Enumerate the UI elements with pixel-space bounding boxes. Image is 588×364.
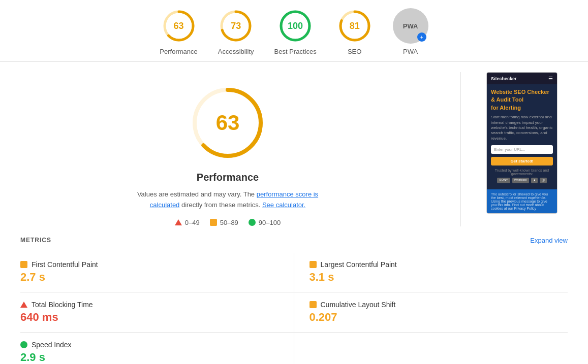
metric-lcp-value: 3.1 s <box>310 271 568 284</box>
legend-item-good: 90–100 <box>249 219 281 226</box>
metrics-header: METRICS Expand view <box>20 237 568 244</box>
metric-cls-value: 0.207 <box>310 311 568 324</box>
desc-suffix: directly from these metrics. <box>181 201 260 209</box>
metric-si-label-row: Speed Index <box>20 341 278 349</box>
right-panel: Sitechecker ☰ Website SEO Checker & Audi… <box>486 72 568 226</box>
top-tabs: 63 Performance 73 Accessibility 100 Best… <box>0 0 588 62</box>
ad-footer-text: The autoscroller showed to give you the … <box>491 192 548 210</box>
legend-range-good: 90–100 <box>259 219 281 226</box>
metric-tbt-value: 640 ms <box>20 311 278 324</box>
score-circle-performance: 63 <box>161 8 197 44</box>
expand-view-button[interactable]: Expand view <box>530 237 568 244</box>
metric-cls-label-row: Cumulative Layout Shift <box>310 301 568 309</box>
metric-tbt-label: Total Blocking Time <box>32 301 93 309</box>
ad-logos: SONY Whirlpool ★ Ⓡ <box>491 178 553 183</box>
desc-text: Values are estimated and may vary. The <box>137 190 255 198</box>
performance-title: Performance <box>197 172 259 183</box>
tab-label-performance: Performance <box>160 48 197 55</box>
ad-input-field[interactable]: Enter your URL... <box>491 145 553 154</box>
metric-fcp-value: 2.7 s <box>20 271 278 284</box>
metric-lcp: Largest Contentful Paint 3.1 s <box>294 252 568 292</box>
ad-header: Sitechecker ☰ <box>487 73 557 84</box>
tab-seo[interactable]: 81 SEO <box>337 8 373 55</box>
tab-label-seo: SEO <box>348 48 361 55</box>
metric-cls-icon <box>310 301 317 308</box>
legend: 0–49 50–89 90–100 <box>175 219 281 226</box>
legend-range-medium: 50–89 <box>220 219 238 226</box>
ad-logo-sony: SONY <box>497 178 510 183</box>
ad-headline: Website SEO Checker & Audit Tool for Ale… <box>491 88 553 112</box>
ad-logo-4: Ⓡ <box>540 178 547 183</box>
ad-menu-icon: ☰ <box>548 76 553 81</box>
metric-si: Speed Index 2.9 s <box>20 333 294 364</box>
score-circle-accessibility: 73 <box>218 8 254 44</box>
calculator-link[interactable]: See calculator. <box>262 201 305 209</box>
left-panel: 63 Performance Values are estimated and … <box>20 72 435 226</box>
ad-highlight: Alerting <box>500 105 521 111</box>
legend-range-bad: 0–49 <box>185 219 200 226</box>
score-value-seo: 81 <box>350 21 360 31</box>
ad-headline-2: & Audit Tool <box>491 96 523 103</box>
performance-description: Values are estimated and may vary. The p… <box>131 189 324 211</box>
score-circle-seo: 81 <box>337 8 373 44</box>
ad-headline-3: for <box>491 105 499 111</box>
metric-fcp: First Contentful Paint 2.7 s <box>20 252 294 292</box>
legend-item-bad: 0–49 <box>175 219 200 226</box>
big-score-value: 63 <box>216 111 240 135</box>
metrics-grid: First Contentful Paint 2.7 s Largest Con… <box>20 252 568 364</box>
metrics-title: METRICS <box>20 237 51 244</box>
tab-pwa[interactable]: PWA + PWA <box>393 8 428 55</box>
tab-label-best-practices: Best Practices <box>274 48 317 55</box>
ad-logo-whirlpool: Whirlpool <box>512 178 529 183</box>
big-score-circle: 63 <box>187 82 268 163</box>
metric-fcp-label: First Contentful Paint <box>32 260 98 269</box>
pwa-badge: + <box>417 32 426 42</box>
score-circle-pwa: PWA + <box>393 8 428 44</box>
score-value-accessibility: 73 <box>231 21 241 31</box>
ad-card: Sitechecker ☰ Website SEO Checker & Audi… <box>486 72 558 214</box>
legend-item-medium: 50–89 <box>210 219 238 226</box>
vertical-divider <box>460 72 461 226</box>
tab-best-practices[interactable]: 100 Best Practices <box>274 8 317 55</box>
metric-lcp-icon <box>310 261 317 268</box>
ad-body: Website SEO Checker & Audit Tool for Ale… <box>487 84 557 189</box>
tab-accessibility[interactable]: 73 Accessibility <box>218 8 254 55</box>
tab-label-accessibility: Accessibility <box>218 48 254 55</box>
tab-label-pwa: PWA <box>403 48 418 55</box>
metric-tbt-icon <box>20 302 27 308</box>
metrics-section: METRICS Expand view First Contentful Pai… <box>0 237 588 364</box>
metric-tbt: Total Blocking Time 640 ms <box>20 292 294 333</box>
metric-cls: Cumulative Layout Shift 0.207 <box>294 292 568 333</box>
main-content: 63 Performance Values are estimated and … <box>0 62 588 237</box>
metric-fcp-icon <box>20 261 27 268</box>
tab-performance[interactable]: 63 Performance <box>160 8 197 55</box>
metric-si-label: Speed Index <box>32 341 72 349</box>
metric-fcp-label-row: First Contentful Paint <box>20 260 278 269</box>
ad-headline-1: Website SEO Checker <box>491 89 549 95</box>
ad-placeholder: Enter your URL... <box>494 147 525 152</box>
legend-triangle-icon <box>175 219 182 225</box>
metric-lcp-label-row: Largest Contentful Paint <box>310 260 568 269</box>
ad-logo-3: ★ <box>531 178 538 183</box>
ad-footer: The autoscroller showed to give you the … <box>487 189 557 213</box>
metric-lcp-label: Largest Contentful Paint <box>321 260 397 269</box>
ad-logo: Sitechecker <box>491 76 517 81</box>
pwa-text: PWA <box>403 22 418 30</box>
score-circle-best-practices: 100 <box>277 8 313 44</box>
legend-circle-icon <box>249 219 256 226</box>
metric-cls-label: Cumulative Layout Shift <box>321 301 396 309</box>
metric-tbt-label-row: Total Blocking Time <box>20 301 278 309</box>
ad-cta-button[interactable]: Get started! <box>491 157 553 166</box>
ad-body-text: Start monitoring how external and intern… <box>491 115 553 141</box>
metric-si-icon <box>20 341 27 348</box>
score-value-performance: 63 <box>174 21 184 31</box>
score-value-best-practices: 100 <box>288 21 303 31</box>
legend-square-icon <box>210 219 217 226</box>
metric-si-value: 2.9 s <box>20 351 278 364</box>
ad-trusted-text: Trusted by well-known brands and governm… <box>491 169 553 176</box>
